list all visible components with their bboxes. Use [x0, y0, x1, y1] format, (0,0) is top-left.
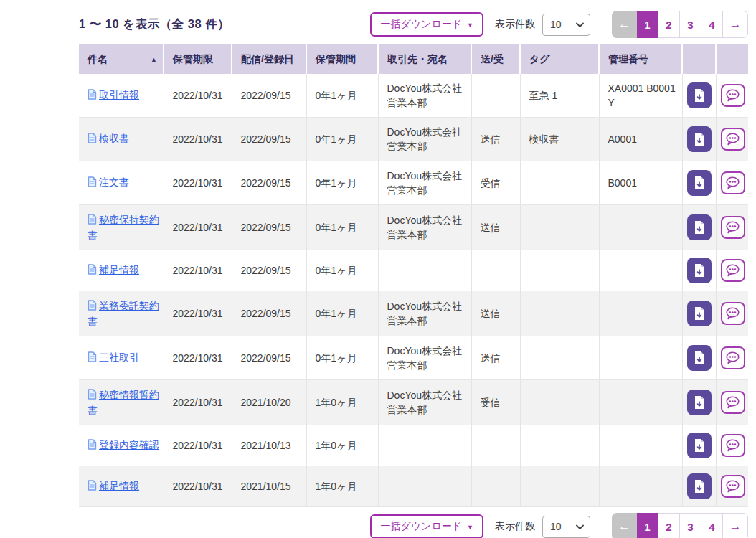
document-link[interactable]: 登録内容確認	[99, 439, 159, 450]
cell-management-number	[599, 205, 682, 250]
cell-direction: 受信	[471, 161, 520, 205]
page-size-select[interactable]: 10	[542, 14, 590, 36]
chevron-down-icon	[576, 524, 584, 530]
pagination-page-3[interactable]: 3	[680, 11, 701, 38]
cell-download-action	[682, 336, 716, 380]
pagination-page-2[interactable]: 2	[658, 11, 680, 38]
download-button[interactable]	[687, 126, 712, 152]
cell-retention-deadline: 2022/10/31	[164, 466, 232, 507]
document-icon	[88, 480, 97, 494]
download-button[interactable]	[687, 258, 712, 283]
cell-partner: DocYou株式会社営業本部	[378, 161, 471, 205]
column-header-management-number[interactable]: 管理番号	[599, 44, 682, 74]
column-header-direction[interactable]: 送/受	[471, 44, 520, 74]
table-row: 検収書 2022/10/31 2022/09/15 0年1ヶ月 DocYou株式…	[79, 118, 748, 161]
bulk-download-button-bottom[interactable]: 一括ダウンロード ▼	[370, 514, 483, 538]
column-header-retention-deadline[interactable]: 保管期限	[164, 44, 232, 74]
comment-bubble-icon	[725, 439, 740, 452]
download-button[interactable]	[687, 345, 712, 371]
comment-button[interactable]	[721, 302, 745, 325]
comment-button[interactable]	[721, 475, 745, 498]
document-link[interactable]: 検収書	[99, 133, 129, 144]
document-link[interactable]: 注文書	[99, 176, 129, 188]
document-list-page: 1 〜 10 を表示（全 38 件） 一括ダウンロード ▼ 表示件数 10 ← …	[79, 0, 748, 538]
comment-button[interactable]	[721, 259, 745, 282]
document-link[interactable]: 業務委託契約書	[88, 300, 159, 327]
download-button[interactable]	[687, 82, 712, 108]
pagination-page-2[interactable]: 2	[658, 513, 680, 538]
cell-direction: 送信	[471, 205, 520, 250]
download-button[interactable]	[687, 301, 712, 326]
comment-button[interactable]	[721, 171, 745, 194]
pagination-page-1[interactable]: 1	[637, 11, 658, 38]
cell-delivery-date: 2022/09/15	[232, 336, 306, 380]
cell-direction	[471, 466, 520, 507]
comment-button[interactable]	[721, 346, 745, 369]
cell-delivery-date: 2022/09/15	[232, 118, 306, 161]
pagination-page-4[interactable]: 4	[701, 11, 723, 38]
pagination-page-4[interactable]: 4	[701, 513, 723, 538]
pagination-next-button[interactable]: →	[723, 11, 748, 38]
cell-comment-action	[716, 291, 748, 336]
document-icon	[88, 300, 97, 314]
pagination-page-3[interactable]: 3	[680, 513, 701, 538]
column-header-title[interactable]: 件名 ▲	[79, 44, 164, 74]
comment-button[interactable]	[721, 128, 745, 151]
comment-button[interactable]	[721, 216, 745, 239]
pagination-next-button[interactable]: →	[723, 513, 748, 538]
cell-retention-deadline: 2022/10/31	[164, 250, 232, 291]
document-link[interactable]: 補足情報	[99, 264, 139, 275]
page-size-select-bottom[interactable]: 10	[542, 516, 590, 538]
cell-direction: 送信	[471, 336, 520, 380]
document-link[interactable]: 秘密保持契約書	[88, 214, 159, 241]
document-link[interactable]: 補足情報	[99, 480, 139, 491]
download-button[interactable]	[687, 473, 712, 499]
top-controls: 一括ダウンロード ▼ 表示件数 10 ← 1 2 3 4 →	[370, 11, 748, 38]
cell-management-number	[599, 336, 682, 380]
column-header-tags[interactable]: タグ	[520, 44, 599, 74]
cell-retention-period: 1年0ヶ月	[306, 425, 378, 466]
download-button[interactable]	[687, 214, 712, 240]
download-button[interactable]	[687, 433, 712, 458]
column-header-retention-period[interactable]: 保管期間	[306, 44, 378, 74]
file-download-icon	[694, 306, 705, 321]
cell-download-action	[682, 380, 716, 425]
column-header-delivery-date[interactable]: 配信/登録日	[232, 44, 306, 74]
document-link[interactable]: 秘密情報誓約書	[88, 389, 159, 416]
cell-delivery-date: 2022/09/15	[232, 205, 306, 250]
cell-comment-action	[716, 205, 748, 250]
cell-retention-period: 1年0ヶ月	[306, 380, 378, 425]
cell-download-action	[682, 74, 716, 118]
comment-button[interactable]	[721, 434, 745, 457]
document-icon	[88, 389, 97, 403]
comment-button[interactable]	[721, 391, 745, 414]
cell-title: 補足情報	[79, 466, 164, 507]
cell-retention-period: 1年0ヶ月	[306, 466, 378, 507]
comment-button[interactable]	[721, 84, 745, 107]
cell-title: 業務委託契約書	[79, 291, 164, 336]
comment-bubble-icon	[725, 264, 740, 277]
pagination-prev-button[interactable]: ←	[612, 513, 637, 538]
caret-down-icon: ▼	[467, 21, 473, 29]
download-button[interactable]	[687, 390, 712, 415]
document-link[interactable]: 三社取引	[99, 351, 139, 363]
cell-title: 登録内容確認	[79, 425, 164, 466]
document-icon	[88, 351, 97, 366]
comment-bubble-icon	[725, 396, 740, 409]
cell-tags	[520, 250, 599, 291]
pagination-page-1[interactable]: 1	[637, 513, 658, 538]
cell-comment-action	[716, 466, 748, 507]
cell-direction	[471, 425, 520, 466]
caret-down-icon: ▼	[467, 523, 473, 531]
download-button[interactable]	[687, 170, 712, 196]
bulk-download-button[interactable]: 一括ダウンロード ▼	[370, 12, 483, 37]
cell-direction: 送信	[471, 291, 520, 336]
cell-partner	[378, 250, 471, 291]
pagination-prev-button[interactable]: ←	[612, 11, 637, 38]
table-row: 秘密情報誓約書 2022/10/31 2021/10/20 1年0ヶ月 DocY…	[79, 380, 748, 425]
file-download-icon	[694, 88, 705, 103]
table-row: 三社取引 2022/10/31 2022/09/15 0年1ヶ月 DocYou株…	[79, 336, 748, 380]
column-header-partner[interactable]: 取引先・宛名	[378, 44, 471, 74]
cell-partner: DocYou株式会社営業本部	[378, 74, 471, 118]
document-link[interactable]: 取引情報	[99, 89, 139, 100]
